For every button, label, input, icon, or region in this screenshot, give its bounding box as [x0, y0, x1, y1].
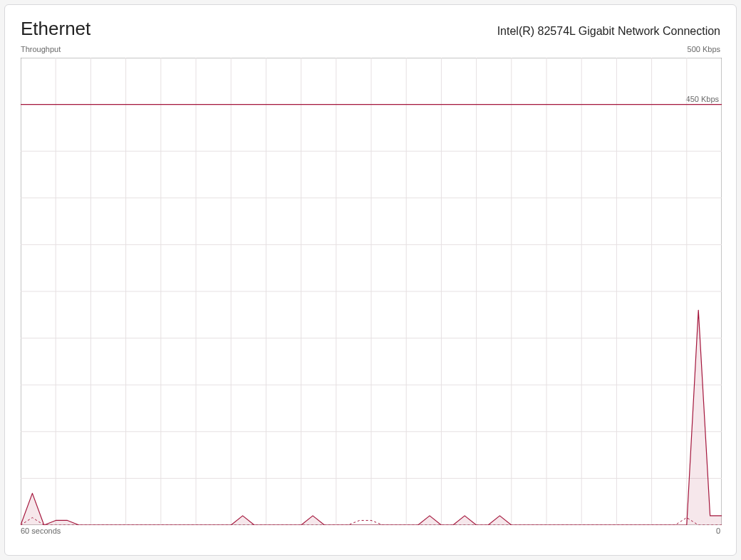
throughput-chart — [21, 58, 722, 525]
throughput-label: Throughput — [21, 45, 61, 53]
xmax-label: 60 seconds — [21, 527, 61, 535]
bottom-axis-labels: 60 seconds 0 — [21, 527, 720, 535]
ethernet-panel: Ethernet Intel(R) 82574L Gigabit Network… — [4, 4, 737, 556]
panel-header: Ethernet Intel(R) 82574L Gigabit Network… — [21, 18, 720, 40]
ymax-label: 500 Kbps — [688, 45, 720, 53]
page-title: Ethernet — [21, 18, 90, 40]
xmin-label: 0 — [716, 527, 720, 535]
adapter-name: Intel(R) 82574L Gigabit Network Connecti… — [497, 25, 720, 38]
top-axis-labels: Throughput 500 Kbps — [21, 45, 720, 53]
